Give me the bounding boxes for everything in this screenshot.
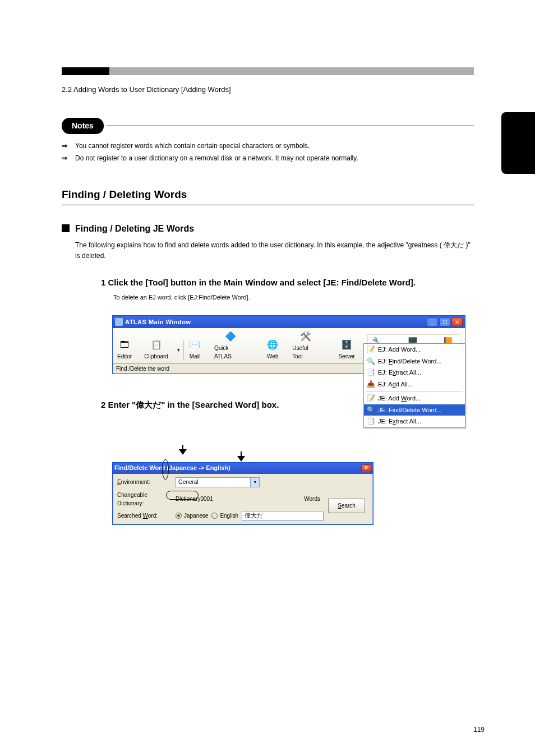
page-number: 119 <box>473 726 485 734</box>
searched-word-label: Searched Word: <box>117 511 171 520</box>
maximize-button[interactable]: ☐ <box>439 317 450 326</box>
clipboard-icon: 📋 <box>149 339 164 351</box>
minimize-button[interactable]: _ <box>427 317 438 326</box>
close-button[interactable]: ✕ <box>451 317 463 326</box>
tool-server[interactable]: 🗄️ Server <box>338 339 354 361</box>
menu-je-find-delete[interactable]: 🔍 JE: Find/Delete Word... <box>364 404 465 416</box>
tool-mail[interactable]: ✉️ Mail <box>187 339 202 361</box>
radio-english[interactable]: English <box>211 511 238 520</box>
menu-ej-extract-all[interactable]: 📑 EJ: Extract All... <box>364 367 465 379</box>
menu-separator <box>366 391 463 391</box>
dialog-titlebar[interactable]: Find/Delete Word (Japanese -> English) ✕ <box>113 463 373 474</box>
tool-usefultool[interactable]: 🛠️ Useful Tool <box>292 330 319 361</box>
find-delete-icon: 🔍 <box>366 406 375 414</box>
mail-icon: ✉️ <box>187 339 202 351</box>
environment-label: Environment: <box>117 478 171 486</box>
tool-editor[interactable]: 🗔 Editor <box>117 339 132 361</box>
note-item: ⇒ You cannot register words which contai… <box>62 141 474 151</box>
dictionary-value: Dictionary0001 <box>176 495 213 503</box>
usefultool-icon: 🛠️ <box>298 330 313 343</box>
menu-ej-add-word[interactable]: 📝 EJ: Add Word... <box>364 344 465 356</box>
words-label: Words <box>304 495 320 503</box>
addall-icon: 📥 <box>366 380 375 388</box>
quickatlas-icon: 🔷 <box>223 330 238 343</box>
bullet-icon <box>62 224 70 232</box>
tool-clipboard[interactable]: 📋 Clipboard <box>144 339 168 361</box>
page-title: 2.2 Adding Words to User Dictionary [Add… <box>62 84 474 95</box>
menu-je-add-word[interactable]: 📝 JE: Add Word... <box>364 393 465 404</box>
find-delete-dialog: Find/Delete Word (Japanese -> English) ✕… <box>112 462 373 525</box>
find-delete-icon: 🔍 <box>366 357 375 365</box>
notes-rule <box>106 126 474 126</box>
combo-arrow-icon[interactable]: ▾ <box>250 478 259 487</box>
tool-quickatlas[interactable]: 🔷 Quick ATLAS <box>214 330 246 361</box>
extract-icon: 📑 <box>366 417 375 425</box>
search-button[interactable]: Search <box>328 499 365 513</box>
step1-title: 1 Click the [Tool] button in the Main Wi… <box>101 276 474 289</box>
notes-badge: Notes <box>62 118 104 134</box>
step1-note: To delete an EJ word, click [EJ:Find/Del… <box>113 293 474 302</box>
window-title: ATLAS Main Window <box>125 317 191 327</box>
server-icon: 🗄️ <box>339 339 354 351</box>
subsection-text: The following explains how to find and d… <box>75 240 474 261</box>
section-title: Finding / Deleting Words <box>62 187 474 206</box>
environment-combo[interactable]: General ▾ <box>176 477 260 487</box>
menu-je-extract-all[interactable]: 📑 JE: Extract All... <box>364 416 465 427</box>
menu-ej-add-all[interactable]: 📥 EJ: Add All... <box>364 379 465 390</box>
tool-web[interactable]: 🌐 Web <box>265 339 280 361</box>
dialog-close-button[interactable]: ✕ <box>361 464 371 472</box>
editor-icon: 🗔 <box>117 339 132 351</box>
extract-icon: 📑 <box>366 368 375 376</box>
subsection-title: Finding / Deleting JE Words <box>75 222 474 236</box>
window-titlebar[interactable]: ATLAS Main Window _ ☐ ✕ <box>113 316 465 328</box>
side-tab <box>501 112 535 174</box>
note-item: ⇒ Do not register to a user dictionary o… <box>62 153 474 163</box>
dictionary-label: Changeable Dictionary: <box>117 491 171 508</box>
atlas-screenshot: ATLAS Main Window _ ☐ ✕ 🗔 Editor 📋 Clipb… <box>112 315 465 374</box>
radio-japanese[interactable]: Japanese <box>176 511 208 520</box>
add-word-icon: 📝 <box>366 345 375 353</box>
tool-dropdown-menu: 📝 EJ: Add Word... 🔍 EJ: Find/Delete Word… <box>363 343 465 428</box>
header-bar <box>62 67 474 75</box>
add-word-icon: 📝 <box>366 394 375 402</box>
web-icon: 🌐 <box>265 339 280 351</box>
app-icon <box>115 318 123 326</box>
searched-word-input[interactable]: 偉大だ <box>242 511 324 521</box>
dropdown-arrow-icon[interactable]: ▾ <box>177 347 180 354</box>
menu-ej-find-delete[interactable]: 🔍 EJ: Find/Delete Word... <box>364 356 465 367</box>
